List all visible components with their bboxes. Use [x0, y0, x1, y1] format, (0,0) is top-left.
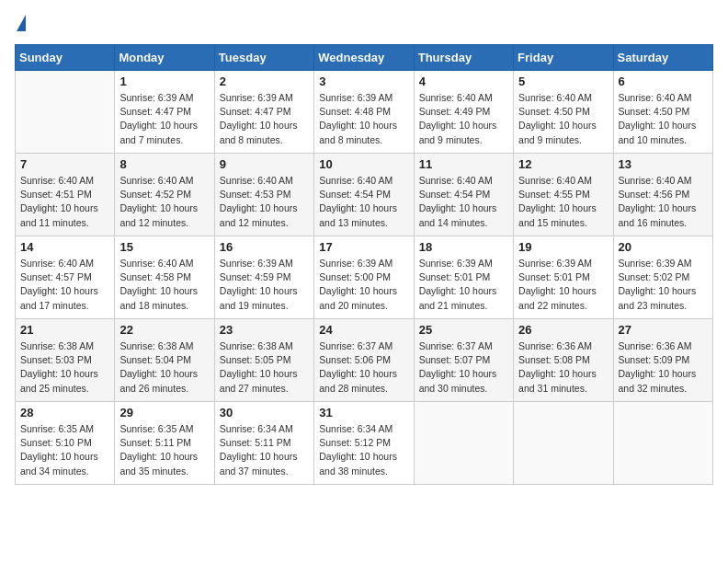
day-number: 5 [518, 75, 608, 88]
day-info: Sunrise: 6:40 AMSunset: 4:54 PMDaylight:… [419, 174, 508, 230]
calendar-header-sunday: Sunday [16, 45, 115, 71]
calendar-cell [16, 71, 115, 154]
day-info: Sunrise: 6:40 AMSunset: 4:50 PMDaylight:… [518, 91, 608, 147]
day-number: 25 [419, 323, 508, 337]
calendar-cell: 15Sunrise: 6:40 AMSunset: 4:58 PMDayligh… [115, 236, 214, 319]
day-number: 18 [419, 240, 508, 254]
day-info: Sunrise: 6:40 AMSunset: 4:51 PMDaylight:… [20, 174, 109, 230]
calendar-cell: 5Sunrise: 6:40 AMSunset: 4:50 PMDaylight… [514, 71, 613, 154]
calendar-cell [613, 402, 712, 485]
day-number: 29 [119, 406, 209, 419]
day-info: Sunrise: 6:40 AMSunset: 4:53 PMDaylight:… [220, 174, 309, 230]
day-info: Sunrise: 6:34 AMSunset: 5:11 PMDaylight:… [220, 422, 309, 478]
calendar-cell: 11Sunrise: 6:40 AMSunset: 4:54 PMDayligh… [414, 154, 513, 236]
day-info: Sunrise: 6:39 AMSunset: 5:01 PMDaylight:… [419, 257, 508, 313]
calendar-header-tuesday: Tuesday [214, 45, 313, 71]
day-number: 24 [319, 323, 408, 337]
day-number: 14 [20, 240, 109, 254]
calendar-cell: 12Sunrise: 6:40 AMSunset: 4:55 PMDayligh… [514, 154, 613, 236]
calendar-cell: 19Sunrise: 6:39 AMSunset: 5:01 PMDayligh… [514, 236, 613, 319]
calendar-header-row: SundayMondayTuesdayWednesdayThursdayFrid… [16, 45, 713, 71]
calendar-cell: 8Sunrise: 6:40 AMSunset: 4:52 PMDaylight… [115, 154, 214, 236]
calendar-cell: 29Sunrise: 6:35 AMSunset: 5:11 PMDayligh… [115, 402, 214, 485]
day-info: Sunrise: 6:40 AMSunset: 4:49 PMDaylight:… [419, 91, 508, 147]
calendar-cell: 28Sunrise: 6:35 AMSunset: 5:10 PMDayligh… [16, 402, 115, 485]
day-number: 21 [20, 323, 109, 337]
day-number: 13 [619, 157, 708, 171]
day-info: Sunrise: 6:40 AMSunset: 4:50 PMDaylight:… [619, 91, 708, 147]
calendar-cell: 6Sunrise: 6:40 AMSunset: 4:50 PMDaylight… [613, 71, 712, 154]
day-info: Sunrise: 6:36 AMSunset: 5:08 PMDaylight:… [518, 339, 608, 396]
day-info: Sunrise: 6:38 AMSunset: 5:03 PMDaylight:… [20, 339, 109, 396]
calendar-cell: 2Sunrise: 6:39 AMSunset: 4:47 PMDaylight… [214, 71, 313, 154]
day-info: Sunrise: 6:37 AMSunset: 5:06 PMDaylight:… [319, 339, 408, 396]
day-info: Sunrise: 6:39 AMSunset: 4:48 PMDaylight:… [319, 91, 408, 147]
calendar-week-row: 14Sunrise: 6:40 AMSunset: 4:57 PMDayligh… [16, 236, 713, 319]
calendar-header-friday: Friday [514, 45, 613, 71]
calendar-cell: 24Sunrise: 6:37 AMSunset: 5:06 PMDayligh… [314, 319, 414, 402]
logo [15, 15, 26, 33]
day-info: Sunrise: 6:38 AMSunset: 5:05 PMDaylight:… [220, 339, 309, 396]
day-number: 11 [419, 157, 508, 171]
day-number: 1 [119, 75, 209, 88]
calendar-cell: 16Sunrise: 6:39 AMSunset: 4:59 PMDayligh… [214, 236, 313, 319]
day-number: 28 [20, 406, 109, 419]
calendar-week-row: 28Sunrise: 6:35 AMSunset: 5:10 PMDayligh… [16, 402, 713, 485]
day-number: 23 [220, 323, 309, 337]
calendar-cell: 30Sunrise: 6:34 AMSunset: 5:11 PMDayligh… [214, 402, 313, 485]
day-info: Sunrise: 6:39 AMSunset: 5:02 PMDaylight:… [619, 257, 708, 313]
day-number: 31 [319, 406, 408, 419]
calendar-cell: 21Sunrise: 6:38 AMSunset: 5:03 PMDayligh… [16, 319, 115, 402]
logo-icon [17, 15, 26, 31]
calendar-cell: 17Sunrise: 6:39 AMSunset: 5:00 PMDayligh… [314, 236, 414, 319]
day-info: Sunrise: 6:38 AMSunset: 5:04 PMDaylight:… [119, 339, 209, 396]
calendar-header-saturday: Saturday [613, 45, 712, 71]
day-number: 4 [419, 75, 508, 88]
day-number: 10 [319, 157, 408, 171]
day-number: 3 [319, 75, 408, 88]
day-number: 2 [220, 75, 309, 88]
calendar-cell: 1Sunrise: 6:39 AMSunset: 4:47 PMDaylight… [115, 71, 214, 154]
day-number: 16 [220, 240, 309, 254]
day-number: 19 [518, 240, 608, 254]
calendar-cell: 9Sunrise: 6:40 AMSunset: 4:53 PMDaylight… [214, 154, 313, 236]
day-info: Sunrise: 6:40 AMSunset: 4:52 PMDaylight:… [119, 174, 209, 230]
day-info: Sunrise: 6:39 AMSunset: 4:47 PMDaylight:… [119, 91, 209, 147]
day-number: 9 [220, 157, 309, 171]
day-info: Sunrise: 6:35 AMSunset: 5:11 PMDaylight:… [119, 422, 209, 478]
calendar-cell: 7Sunrise: 6:40 AMSunset: 4:51 PMDaylight… [16, 154, 115, 236]
day-info: Sunrise: 6:39 AMSunset: 5:00 PMDaylight:… [319, 257, 408, 313]
calendar-cell: 27Sunrise: 6:36 AMSunset: 5:09 PMDayligh… [613, 319, 712, 402]
day-info: Sunrise: 6:40 AMSunset: 4:55 PMDaylight:… [518, 174, 608, 230]
day-info: Sunrise: 6:39 AMSunset: 5:01 PMDaylight:… [518, 257, 608, 313]
calendar-cell: 22Sunrise: 6:38 AMSunset: 5:04 PMDayligh… [115, 319, 214, 402]
calendar-cell: 18Sunrise: 6:39 AMSunset: 5:01 PMDayligh… [414, 236, 513, 319]
day-number: 8 [119, 157, 209, 171]
day-info: Sunrise: 6:37 AMSunset: 5:07 PMDaylight:… [419, 339, 508, 396]
calendar-cell: 10Sunrise: 6:40 AMSunset: 4:54 PMDayligh… [314, 154, 414, 236]
day-number: 22 [119, 323, 209, 337]
day-number: 6 [619, 75, 708, 88]
day-number: 7 [20, 157, 109, 171]
calendar-table: SundayMondayTuesdayWednesdayThursdayFrid… [15, 44, 713, 485]
day-number: 12 [518, 157, 608, 171]
day-info: Sunrise: 6:36 AMSunset: 5:09 PMDaylight:… [619, 339, 708, 396]
calendar-cell [414, 402, 513, 485]
day-info: Sunrise: 6:35 AMSunset: 5:10 PMDaylight:… [20, 422, 109, 478]
day-number: 15 [119, 240, 209, 254]
calendar-header-monday: Monday [115, 45, 214, 71]
calendar-cell: 20Sunrise: 6:39 AMSunset: 5:02 PMDayligh… [613, 236, 712, 319]
calendar-cell: 26Sunrise: 6:36 AMSunset: 5:08 PMDayligh… [514, 319, 613, 402]
calendar-cell: 13Sunrise: 6:40 AMSunset: 4:56 PMDayligh… [613, 154, 712, 236]
day-number: 26 [518, 323, 608, 337]
calendar-week-row: 1Sunrise: 6:39 AMSunset: 4:47 PMDaylight… [16, 71, 713, 154]
calendar-cell: 23Sunrise: 6:38 AMSunset: 5:05 PMDayligh… [214, 319, 313, 402]
calendar-week-row: 7Sunrise: 6:40 AMSunset: 4:51 PMDaylight… [16, 154, 713, 236]
day-info: Sunrise: 6:39 AMSunset: 4:59 PMDaylight:… [220, 257, 309, 313]
day-number: 30 [220, 406, 309, 419]
calendar-header-wednesday: Wednesday [314, 45, 414, 71]
calendar-cell: 31Sunrise: 6:34 AMSunset: 5:12 PMDayligh… [314, 402, 414, 485]
day-info: Sunrise: 6:34 AMSunset: 5:12 PMDaylight:… [319, 422, 408, 478]
page-header [15, 15, 713, 33]
calendar-cell: 14Sunrise: 6:40 AMSunset: 4:57 PMDayligh… [16, 236, 115, 319]
